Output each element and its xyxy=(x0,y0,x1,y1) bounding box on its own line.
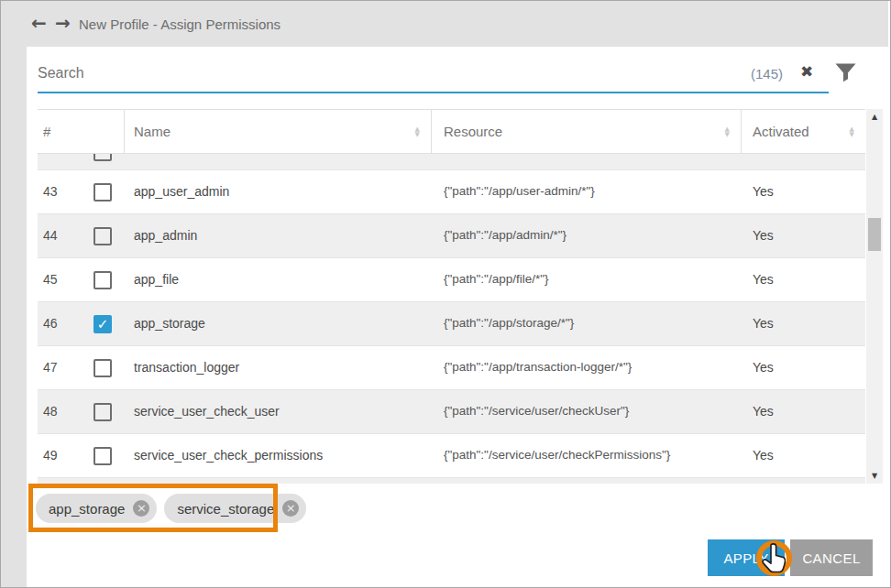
row-name: transaction_logger xyxy=(134,360,239,375)
sort-icon[interactable]: ▲▼ xyxy=(850,126,854,137)
selected-permission-chip: service_storage × xyxy=(164,494,306,523)
page-title: New Profile - Assign Permissions xyxy=(79,16,280,32)
row-activated: Yes xyxy=(753,184,774,199)
table-row[interactable]: 47 transaction_logger {"path":"/app/tran… xyxy=(38,346,865,390)
table-row[interactable]: 45 app_file {"path":"/app/file/*"} Yes xyxy=(38,258,865,302)
row-resource: {"path":"/app/transaction-logger/*"} xyxy=(444,360,632,374)
table-row[interactable]: 44 app_admin {"path":"/app/admin/*"} Yes xyxy=(38,214,865,258)
sort-icon[interactable]: ▲▼ xyxy=(725,126,730,137)
chip-remove-icon[interactable]: × xyxy=(133,500,149,517)
row-checkbox[interactable] xyxy=(94,447,112,465)
row-name: service_user_check_user xyxy=(134,404,280,419)
row-activated: Yes xyxy=(753,360,774,375)
permissions-table-body: 43 app_user_admin {"path":"/app/user-adm… xyxy=(38,170,865,478)
table-header: # Name ▲▼ Resource ▲▼ Activated ▲▼ xyxy=(38,109,865,154)
apply-button[interactable]: APPLY xyxy=(708,539,785,576)
row-resource: {"path":"/app/user-admin/*"} xyxy=(444,184,595,198)
row-resource: {"path":"/app/admin/*"} xyxy=(444,228,566,242)
table-row[interactable]: 43 app_user_admin {"path":"/app/user-adm… xyxy=(38,170,865,214)
row-name: app_user_admin xyxy=(134,184,229,199)
column-label: Resource xyxy=(444,124,502,139)
column-label: Activated xyxy=(753,124,809,139)
row-name: app_admin xyxy=(134,228,197,243)
row-number: 49 xyxy=(43,448,58,463)
row-checkbox[interactable] xyxy=(94,359,112,377)
cancel-button[interactable]: CANCEL xyxy=(790,539,873,576)
row-checkbox[interactable] xyxy=(94,227,112,245)
column-header[interactable]: Activated ▲▼ xyxy=(742,110,865,153)
scroll-down-icon[interactable]: ▼ xyxy=(866,472,883,480)
row-checkbox[interactable] xyxy=(94,183,112,201)
row-checkbox[interactable]: ✓ xyxy=(94,315,112,333)
vertical-scrollbar[interactable]: ▲ ▼ xyxy=(866,109,883,484)
chip-remove-icon[interactable]: × xyxy=(282,500,299,517)
row-activated: Yes xyxy=(753,448,774,463)
row-number: 47 xyxy=(43,360,58,375)
partial-row-below xyxy=(38,478,865,484)
selected-permission-chip: app_storage × xyxy=(36,494,157,523)
table-row[interactable]: 48 service_user_check_user {"path":"/ser… xyxy=(38,390,865,434)
scroll-up-icon[interactable]: ▲ xyxy=(866,113,883,121)
scrollbar-thumb[interactable] xyxy=(868,218,881,251)
column-label: # xyxy=(43,124,50,139)
row-number: 44 xyxy=(43,228,58,243)
clipped-checkbox xyxy=(94,154,112,161)
row-name: app_file xyxy=(134,272,179,287)
sort-icon[interactable]: ▲▼ xyxy=(415,126,420,137)
row-activated: Yes xyxy=(753,404,774,419)
row-activated: Yes xyxy=(753,272,774,287)
forward-arrow-icon[interactable]: → xyxy=(55,11,71,35)
row-number: 45 xyxy=(43,272,58,287)
partial-row-above xyxy=(38,154,865,170)
column-label: Name xyxy=(134,124,170,139)
chip-label: service_storage xyxy=(177,501,274,517)
row-number: 43 xyxy=(43,184,58,199)
row-number: 46 xyxy=(43,316,58,331)
assign-permissions-dialog: ← → New Profile - Assign Permissions (14… xyxy=(0,0,891,588)
row-resource: {"path":"/app/storage/*"} xyxy=(444,316,574,330)
back-arrow-icon[interactable]: ← xyxy=(31,11,47,35)
row-resource: {"path":"/app/file/*"} xyxy=(444,272,549,286)
chip-label: app_storage xyxy=(49,501,125,517)
clear-search-icon[interactable]: ✖ xyxy=(800,62,813,81)
row-number: 48 xyxy=(43,404,58,419)
selected-tags-list: app_storage × service_storage × xyxy=(36,494,314,523)
row-name: service_user_check_permissions xyxy=(134,448,323,463)
result-count: (145) xyxy=(751,66,783,82)
filter-icon[interactable] xyxy=(835,63,856,86)
row-name: app_storage xyxy=(134,316,205,331)
row-activated: Yes xyxy=(753,316,774,331)
row-activated: Yes xyxy=(753,228,774,243)
search-input[interactable] xyxy=(38,54,829,93)
column-header[interactable]: Name ▲▼ xyxy=(125,110,432,153)
column-header[interactable]: # xyxy=(38,110,125,153)
row-resource: {"path":"/service/user/checkPermissions"… xyxy=(444,448,670,462)
column-header[interactable]: Resource ▲▼ xyxy=(432,110,742,153)
table-row[interactable]: 49 service_user_check_permissions {"path… xyxy=(38,434,865,478)
row-checkbox[interactable] xyxy=(94,271,112,289)
table-row[interactable]: 46 ✓ app_storage {"path":"/app/storage/*… xyxy=(38,302,865,346)
row-checkbox[interactable] xyxy=(94,403,112,421)
left-gutter xyxy=(1,47,27,588)
row-resource: {"path":"/service/user/checkUser"} xyxy=(444,404,629,418)
